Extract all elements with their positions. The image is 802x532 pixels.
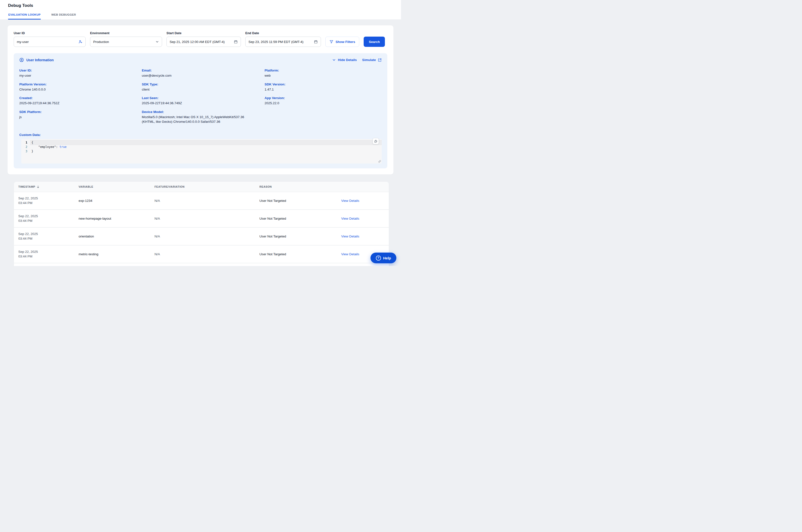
copy-icon <box>374 139 377 143</box>
reason-cell: User Not Targeted <box>255 199 337 203</box>
lookup-card: User ID my-user Environment Productio <box>7 25 394 174</box>
table-row: Sep 22, 202503:44 PM togglebot-speed Hel… <box>14 263 389 266</box>
info-field-device-model: Device Model: Mozilla/5.0 (Macintosh; In… <box>142 110 265 124</box>
start-date-label: Start Date <box>167 31 241 35</box>
line-number: 1 <box>21 140 30 145</box>
variable-cell: new-homepage-layout <box>74 217 150 220</box>
table-row: Sep 22, 202503:44 PM new-homepage-layout… <box>14 210 389 228</box>
user-information-title-wrap: User Information <box>19 58 54 62</box>
end-date-value: Sep 23, 2025 11:59 PM EDT (GMT-4) <box>248 40 314 44</box>
filter-funnel-icon <box>329 40 333 44</box>
show-filters-label: Show Filters <box>336 40 355 44</box>
feature-cell: N/A <box>150 234 255 238</box>
timestamp-cell: Sep 22, 202503:44 PM <box>14 232 74 241</box>
start-date-value: Sep 21, 2025 12:00 AM EDT (GMT-4) <box>170 40 234 44</box>
json-key: "employee": <box>38 145 58 149</box>
user-id-label: User ID <box>14 31 86 35</box>
json-value: true <box>60 145 66 149</box>
hide-details-label: Hide Details <box>338 58 357 62</box>
code-line-2: 2 "employee": true <box>21 145 382 149</box>
user-information-panel: User Information Hide Details Simulate <box>14 53 387 168</box>
chevron-down-icon <box>155 40 159 43</box>
view-details-link[interactable]: View Details <box>341 234 359 238</box>
tab-bar: EVALUATION LOOKUP WEB DEBUGGER <box>8 12 76 20</box>
page-header: Debug Tools EVALUATION LOOKUP WEB DEBUGG… <box>0 0 401 20</box>
evaluations-table: TIMESTAMP VARIABLE FEATURE/VARIATION REA… <box>14 182 389 266</box>
view-details-link[interactable]: View Details <box>341 217 359 220</box>
timestamp-cell: Sep 22, 202503:44 PM <box>14 249 74 259</box>
info-field-sdk-type: SDK Type: client <box>142 82 265 92</box>
custom-data-label: Custom Data: <box>19 133 382 137</box>
start-date-field-wrap: Start Date Sep 21, 2025 12:00 AM EDT (GM… <box>167 31 241 47</box>
variable-cell: metric-testing <box>74 252 150 256</box>
question-circle-icon: ? <box>376 255 381 261</box>
end-date-input[interactable]: Sep 23, 2025 11:59 PM EDT (GMT-4) <box>245 37 321 47</box>
info-field-user-id: User ID: my-user <box>19 68 142 78</box>
info-field-app-version: App Version: 2025.22.0 <box>265 96 382 106</box>
end-date-label: End Date <box>245 31 321 35</box>
user-id-input[interactable]: my-user <box>14 37 86 47</box>
column-header-timestamp[interactable]: TIMESTAMP <box>14 185 74 188</box>
simulate-button[interactable]: Simulate <box>362 58 382 62</box>
column-header-feature-variation: FEATURE/VARIATION <box>150 185 255 188</box>
page-title: Debug Tools <box>8 0 401 8</box>
column-header-variable: VARIABLE <box>74 185 150 188</box>
info-field-last-seen: Last Seen: 2025-09-22T19:44:36.749Z <box>142 96 265 106</box>
reason-cell: User Not Targeted <box>255 252 337 256</box>
feature-cell: N/A <box>150 199 255 203</box>
info-field-sdk-platform: SDK Platform: js <box>19 110 142 124</box>
user-id-field-wrap: User ID my-user <box>14 31 86 47</box>
environment-select[interactable]: Production <box>90 37 162 47</box>
copy-button[interactable] <box>373 138 379 144</box>
chevron-down-icon <box>332 58 336 62</box>
help-label: Help <box>383 256 391 260</box>
calendar-icon[interactable] <box>234 40 238 44</box>
sort-descending-icon <box>37 185 40 188</box>
user-id-value: my-user <box>17 40 78 44</box>
user-info-grid: User ID: my-user Email: user@devcycle.co… <box>19 68 382 124</box>
start-date-input[interactable]: Sep 21, 2025 12:00 AM EDT (GMT-4) <box>167 37 241 47</box>
variable-cell: exp-1234 <box>74 199 150 203</box>
environment-field-wrap: Environment Production <box>90 31 162 47</box>
user-add-icon[interactable] <box>78 40 82 44</box>
user-circle-icon <box>19 58 24 62</box>
external-link-icon <box>378 58 382 62</box>
environment-label: Environment <box>90 31 162 35</box>
feature-cell: N/A <box>150 217 255 220</box>
table-row: Sep 22, 202503:44 PM metric-testing N/A … <box>14 246 389 263</box>
table-row: Sep 22, 202503:44 PM exp-1234 N/A User N… <box>14 192 389 210</box>
feature-cell: N/A <box>150 252 255 256</box>
table-row: Sep 22, 202503:44 PM orientation N/A Use… <box>14 228 389 246</box>
info-field-platform: Platform: web <box>265 68 382 78</box>
user-information-actions: Hide Details Simulate <box>332 58 382 62</box>
info-field-email: Email: user@devcycle.com <box>142 68 265 78</box>
info-field-empty <box>265 110 382 124</box>
custom-data-editor[interactable]: 1 { 2 "employee": true 3 } <box>21 139 382 164</box>
user-information-header: User Information Hide Details Simulate <box>19 58 382 62</box>
filter-row: User ID my-user Environment Productio <box>14 31 387 47</box>
tab-evaluation-lookup[interactable]: EVALUATION LOOKUP <box>8 12 41 20</box>
help-button[interactable]: ? Help <box>370 252 396 263</box>
view-details-link[interactable]: View Details <box>341 252 359 256</box>
line-number: 2 <box>21 145 30 149</box>
tab-web-debugger[interactable]: WEB DEBUGGER <box>51 12 76 20</box>
show-filters-button[interactable]: Show Filters <box>325 37 359 47</box>
hide-details-button[interactable]: Hide Details <box>332 58 357 62</box>
reason-cell: User Not Targeted <box>255 217 337 220</box>
timestamp-cell: Sep 22, 202503:44 PM <box>14 214 74 223</box>
end-date-field-wrap: End Date Sep 23, 2025 11:59 PM EDT (GMT-… <box>245 31 321 47</box>
reason-cell: User Not Targeted <box>255 234 337 238</box>
search-button[interactable]: Search <box>364 37 385 47</box>
info-field-sdk-version: SDK Version: 1.47.1 <box>265 82 382 92</box>
simulate-label: Simulate <box>362 58 376 62</box>
line-number: 3 <box>21 149 30 153</box>
calendar-icon[interactable] <box>314 40 318 44</box>
resize-handle[interactable] <box>378 160 381 163</box>
debug-tools-page: Debug Tools EVALUATION LOOKUP WEB DEBUGG… <box>0 0 401 266</box>
user-information-title: User Information <box>26 58 54 62</box>
environment-value: Production <box>93 40 155 44</box>
timestamp-cell: Sep 22, 202503:44 PM <box>14 196 74 206</box>
info-field-created: Created: 2025-09-22T19:44:36.752Z <box>19 96 142 106</box>
info-field-platform-version: Platform Version: Chrome 140.0.0.0 <box>19 82 142 92</box>
view-details-link[interactable]: View Details <box>341 199 359 203</box>
